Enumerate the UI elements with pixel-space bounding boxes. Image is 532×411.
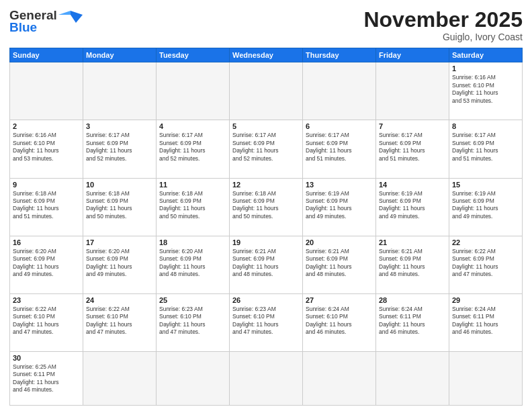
calendar-header-monday: Monday — [83, 48, 157, 62]
calendar-week-row: 30Sunrise: 6:25 AM Sunset: 6:11 PM Dayli… — [10, 351, 523, 405]
calendar-cell — [449, 351, 523, 405]
day-number: 13 — [306, 181, 373, 189]
calendar-header-saturday: Saturday — [449, 48, 523, 62]
calendar-cell: 30Sunrise: 6:25 AM Sunset: 6:11 PM Dayli… — [10, 351, 83, 405]
calendar-cell: 16Sunrise: 6:20 AM Sunset: 6:09 PM Dayli… — [10, 236, 83, 293]
calendar-header-thursday: Thursday — [303, 48, 376, 62]
calendar-cell: 2Sunrise: 6:16 AM Sunset: 6:10 PM Daylig… — [10, 120, 83, 178]
logo: General Blue — [9, 8, 83, 35]
svg-marker-2 — [71, 15, 83, 23]
day-info: Sunrise: 6:23 AM Sunset: 6:10 PM Dayligh… — [232, 306, 300, 336]
page: General Blue November 2025 Guiglo, Ivory… — [0, 0, 532, 411]
day-number: 30 — [13, 354, 80, 362]
calendar-cell: 21Sunrise: 6:21 AM Sunset: 6:09 PM Dayli… — [376, 236, 449, 293]
day-number: 3 — [86, 122, 153, 130]
calendar-cell — [230, 62, 303, 120]
day-info: Sunrise: 6:18 AM Sunset: 6:09 PM Dayligh… — [232, 190, 300, 221]
calendar-cell: 19Sunrise: 6:21 AM Sunset: 6:09 PM Dayli… — [230, 236, 303, 293]
calendar-cell: 4Sunrise: 6:17 AM Sunset: 6:09 PM Daylig… — [157, 120, 230, 178]
day-number: 18 — [159, 238, 226, 246]
calendar-cell: 10Sunrise: 6:18 AM Sunset: 6:09 PM Dayli… — [83, 178, 157, 236]
day-number: 20 — [306, 238, 373, 246]
header: General Blue November 2025 Guiglo, Ivory… — [9, 8, 523, 42]
day-info: Sunrise: 6:20 AM Sunset: 6:09 PM Dayligh… — [86, 248, 153, 279]
calendar-header-tuesday: Tuesday — [157, 48, 230, 62]
calendar-cell — [376, 351, 449, 405]
calendar-header-wednesday: Wednesday — [230, 48, 303, 62]
calendar-cell: 24Sunrise: 6:22 AM Sunset: 6:10 PM Dayli… — [83, 293, 157, 351]
calendar-cell — [157, 351, 230, 405]
day-info: Sunrise: 6:18 AM Sunset: 6:09 PM Dayligh… — [13, 190, 80, 221]
day-info: Sunrise: 6:17 AM Sunset: 6:09 PM Dayligh… — [452, 132, 519, 163]
day-number: 22 — [452, 238, 519, 246]
day-number: 10 — [86, 181, 153, 189]
day-info: Sunrise: 6:19 AM Sunset: 6:09 PM Dayligh… — [379, 190, 446, 221]
calendar-cell: 7Sunrise: 6:17 AM Sunset: 6:09 PM Daylig… — [376, 120, 449, 178]
day-info: Sunrise: 6:24 AM Sunset: 6:10 PM Dayligh… — [306, 306, 373, 336]
day-info: Sunrise: 6:22 AM Sunset: 6:10 PM Dayligh… — [86, 306, 153, 336]
day-info: Sunrise: 6:22 AM Sunset: 6:10 PM Dayligh… — [13, 306, 80, 336]
day-info: Sunrise: 6:21 AM Sunset: 6:09 PM Dayligh… — [379, 248, 446, 279]
calendar-header-friday: Friday — [376, 48, 449, 62]
day-number: 9 — [13, 181, 80, 189]
day-number: 25 — [159, 296, 226, 304]
calendar-week-row: 16Sunrise: 6:20 AM Sunset: 6:09 PM Dayli… — [10, 236, 523, 293]
calendar-cell: 15Sunrise: 6:19 AM Sunset: 6:09 PM Dayli… — [449, 178, 523, 236]
calendar-cell: 17Sunrise: 6:20 AM Sunset: 6:09 PM Dayli… — [83, 236, 157, 293]
day-number: 27 — [306, 296, 373, 304]
calendar-cell: 14Sunrise: 6:19 AM Sunset: 6:09 PM Dayli… — [376, 178, 449, 236]
day-number: 11 — [159, 181, 226, 189]
calendar-cell: 25Sunrise: 6:23 AM Sunset: 6:10 PM Dayli… — [157, 293, 230, 351]
calendar-week-row: 2Sunrise: 6:16 AM Sunset: 6:10 PM Daylig… — [10, 120, 523, 178]
day-number: 1 — [452, 64, 519, 73]
svg-marker-0 — [71, 11, 83, 15]
day-info: Sunrise: 6:16 AM Sunset: 6:10 PM Dayligh… — [13, 132, 80, 163]
logo-blue: Blue — [9, 20, 37, 35]
day-info: Sunrise: 6:25 AM Sunset: 6:11 PM Dayligh… — [13, 363, 80, 394]
calendar-cell: 6Sunrise: 6:17 AM Sunset: 6:09 PM Daylig… — [303, 120, 376, 178]
calendar-cell: 11Sunrise: 6:18 AM Sunset: 6:09 PM Dayli… — [157, 178, 230, 236]
day-info: Sunrise: 6:17 AM Sunset: 6:09 PM Dayligh… — [86, 132, 153, 163]
day-info: Sunrise: 6:21 AM Sunset: 6:09 PM Dayligh… — [306, 248, 373, 279]
day-number: 4 — [159, 122, 226, 130]
calendar-cell — [230, 351, 303, 405]
day-info: Sunrise: 6:17 AM Sunset: 6:09 PM Dayligh… — [379, 132, 446, 163]
day-info: Sunrise: 6:17 AM Sunset: 6:09 PM Dayligh… — [232, 132, 300, 163]
day-info: Sunrise: 6:18 AM Sunset: 6:09 PM Dayligh… — [159, 190, 226, 221]
svg-marker-1 — [58, 11, 71, 15]
calendar-cell — [83, 62, 157, 120]
day-number: 15 — [452, 181, 519, 189]
day-number: 7 — [379, 122, 446, 130]
title-area: November 2025 Guiglo, Ivory Coast — [363, 8, 523, 42]
month-title: November 2025 — [363, 8, 523, 32]
calendar-cell: 12Sunrise: 6:18 AM Sunset: 6:09 PM Dayli… — [230, 178, 303, 236]
calendar-cell: 3Sunrise: 6:17 AM Sunset: 6:09 PM Daylig… — [83, 120, 157, 178]
day-info: Sunrise: 6:24 AM Sunset: 6:11 PM Dayligh… — [452, 306, 519, 336]
day-number: 24 — [86, 296, 153, 304]
calendar-cell — [157, 62, 230, 120]
calendar-table: SundayMondayTuesdayWednesdayThursdayFrid… — [9, 48, 523, 406]
day-info: Sunrise: 6:19 AM Sunset: 6:09 PM Dayligh… — [306, 190, 373, 221]
day-info: Sunrise: 6:24 AM Sunset: 6:11 PM Dayligh… — [379, 306, 446, 336]
subtitle: Guiglo, Ivory Coast — [363, 32, 523, 42]
day-info: Sunrise: 6:17 AM Sunset: 6:09 PM Dayligh… — [306, 132, 373, 163]
calendar-cell: 8Sunrise: 6:17 AM Sunset: 6:09 PM Daylig… — [449, 120, 523, 178]
day-info: Sunrise: 6:21 AM Sunset: 6:09 PM Dayligh… — [232, 248, 300, 279]
day-number: 21 — [379, 238, 446, 246]
day-number: 26 — [232, 296, 300, 304]
day-number: 5 — [232, 122, 300, 130]
day-info: Sunrise: 6:17 AM Sunset: 6:09 PM Dayligh… — [159, 132, 226, 163]
day-info: Sunrise: 6:22 AM Sunset: 6:09 PM Dayligh… — [452, 248, 519, 279]
day-number: 16 — [13, 238, 80, 246]
calendar-header-row: SundayMondayTuesdayWednesdayThursdayFrid… — [10, 48, 523, 62]
day-number: 17 — [86, 238, 153, 246]
calendar-header-sunday: Sunday — [10, 48, 83, 62]
calendar-cell: 9Sunrise: 6:18 AM Sunset: 6:09 PM Daylig… — [10, 178, 83, 236]
calendar-cell: 18Sunrise: 6:20 AM Sunset: 6:09 PM Dayli… — [157, 236, 230, 293]
calendar-cell — [303, 351, 376, 405]
calendar-cell: 29Sunrise: 6:24 AM Sunset: 6:11 PM Dayli… — [449, 293, 523, 351]
day-info: Sunrise: 6:19 AM Sunset: 6:09 PM Dayligh… — [452, 190, 519, 221]
day-info: Sunrise: 6:16 AM Sunset: 6:10 PM Dayligh… — [452, 74, 519, 105]
day-number: 19 — [232, 238, 300, 246]
calendar-cell: 27Sunrise: 6:24 AM Sunset: 6:10 PM Dayli… — [303, 293, 376, 351]
